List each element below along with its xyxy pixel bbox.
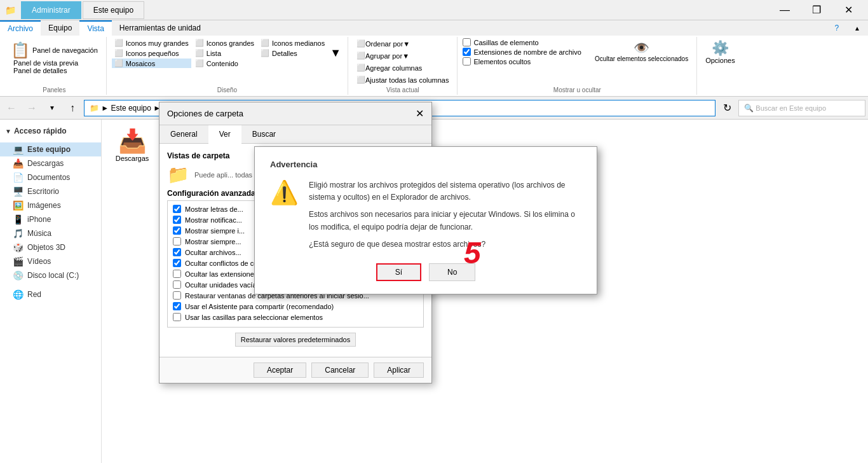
ribbon-group-mostrar-ocultar: Casillas de elemento Extensiones de nomb… [458, 37, 697, 95]
cb-ocultar-archivos[interactable] [173, 248, 181, 256]
view-dropdown-arrow[interactable]: ▼ [329, 38, 342, 68]
sidebar-acceso-rapido-label: Acceso rápido [14, 127, 67, 135]
sidebar-item-iphone[interactable]: 📱 iPhone [0, 212, 101, 226]
view-detalles[interactable]: ⬜Detalles [258, 48, 327, 58]
warning-icon: ⚠️ [270, 179, 299, 206]
cb-ocultar-unidades[interactable] [173, 280, 181, 289]
ocultar-seleccionados-button[interactable]: 👁️ Ocultar elementos seleccionados [592, 38, 691, 64]
search-box[interactable]: 🔍 Buscar en Este equipo [738, 100, 865, 116]
panel-vista-previa-btn[interactable]: Panel de vista previa [11, 59, 78, 67]
cb-elementos-ocultos[interactable]: Elementos ocultos [463, 57, 581, 66]
videos-icon: 🎬 [13, 256, 24, 266]
documentos-icon: 📄 [13, 172, 24, 183]
view-iconos-grandes[interactable]: ⬜Iconos grandes [193, 38, 257, 48]
aceptar-button[interactable]: Aceptar [254, 363, 306, 378]
tab-administrar[interactable]: Administrar [21, 1, 81, 19]
view-mosaicos[interactable]: ⬜Mosaicos [112, 59, 191, 68]
forward-button[interactable]: → [23, 99, 41, 117]
title-tabs: Administrar Este equipo [21, 1, 146, 19]
ribbon-tab-equipo[interactable]: Equipo [41, 20, 79, 36]
cb-ocultar-conflictos[interactable] [173, 259, 181, 267]
cb-usar-casillas[interactable] [173, 313, 181, 321]
sidebar-item-musica[interactable]: 🎵 Música [0, 226, 101, 240]
cb-mostrar-siempre2[interactable] [173, 237, 181, 245]
diseno-label: Diseño [217, 85, 237, 93]
cb-usar-asistente[interactable] [173, 302, 181, 310]
warning-body: ⚠️ Eligió mostrar los archivos protegido… [270, 179, 581, 251]
ribbon-group-vista-actual: ⬜Ordenar por▼ ⬜Agrupar por▼ ⬜Agregar col… [348, 37, 458, 95]
recent-button[interactable]: ▼ [43, 99, 61, 117]
este-equipo-label: Este equipo [27, 145, 71, 154]
ribbon: Archivo Equipo Vista Herramientas de uni… [0, 20, 868, 97]
ribbon-collapse-button[interactable]: ▲ [846, 20, 868, 36]
cb-mostrar-siempre1[interactable] [173, 226, 181, 235]
ordenar-por-button[interactable]: ⬜Ordenar por▼ [353, 38, 452, 49]
sidebar-item-disco-local[interactable]: 💿 Disco local (C:) [0, 268, 101, 282]
sidebar-item-descargas[interactable]: 📥 Descargas [0, 156, 101, 170]
explorer-icon: 📁 [5, 5, 16, 15]
si-button[interactable]: Sí [376, 263, 421, 281]
tab-este-equipo[interactable]: Este equipo [83, 1, 144, 19]
ribbon-tab-vista[interactable]: Vista [79, 20, 111, 36]
cb-mostrar-notif[interactable] [173, 216, 181, 224]
title-bar: 📁 Administrar Este equipo — ❐ ✕ [0, 0, 868, 20]
sidebar-item-objetos3d[interactable]: 🎲 Objetos 3D [0, 240, 101, 254]
warning-line3: ¿Está seguro de que desea mostrar estos … [309, 238, 581, 251]
vista-actual-buttons: ⬜Ordenar por▼ ⬜Agrupar por▼ ⬜Agregar col… [353, 38, 452, 85]
view-contenido[interactable]: ⬜Contenido [193, 59, 257, 68]
warning-dialog: Advertencia ⚠️ Eligió mostrar los archiv… [254, 146, 597, 294]
restore-defaults-button[interactable]: Restaurar valores predeterminados [235, 333, 356, 347]
opciones-button[interactable]: ⚙️ Opciones [702, 38, 738, 66]
sidebar-item-red[interactable]: 🌐 Red [0, 287, 101, 301]
sidebar-item-este-equipo[interactable]: 💻 Este equipo [0, 142, 101, 156]
sidebar-item-imagenes[interactable]: 🖼️ Imágenes [0, 198, 101, 212]
aplicar-button[interactable]: Aplicar [374, 363, 424, 378]
back-button[interactable]: ← [3, 99, 20, 117]
cb-casillas[interactable]: Casillas de elemento [463, 38, 581, 46]
minimize-button[interactable]: — [770, 0, 799, 20]
close-button[interactable]: ✕ [834, 0, 863, 20]
folder-preview-icon: 📁 [167, 164, 189, 185]
setting-usar-asistente: Usar el Asistente para compartir (recome… [170, 301, 421, 312]
dialog-close-button[interactable]: ✕ [416, 107, 424, 120]
view-iconos-pequenos[interactable]: ⬜Iconos pequeños [112, 48, 191, 58]
red-icon: 🌐 [13, 289, 24, 300]
search-icon: 🔍 [744, 104, 754, 113]
view-iconos-muy-grandes[interactable]: ⬜Iconos muy grandes [112, 38, 191, 48]
ajustar-columnas-button[interactable]: ⬜Ajustar todas las columnas [353, 74, 452, 85]
help-button[interactable]: ? [827, 20, 846, 36]
ribbon-content: 📋 Panel de navegación Panel de vista pre… [0, 36, 868, 96]
dialog-tab-general[interactable]: General [159, 125, 208, 143]
up-button[interactable]: ↑ [64, 99, 81, 117]
ribbon-tabs: Archivo Equipo Vista Herramientas de uni… [0, 20, 868, 36]
cancelar-button[interactable]: Cancelar [311, 363, 369, 378]
cb-ocultar-extensiones[interactable] [173, 270, 181, 278]
panel-nav-button[interactable]: 📋 Panel de navegación Panel de vista pre… [8, 39, 101, 76]
ribbon-tab-herramientas[interactable]: Herramientas de unidad [112, 20, 208, 36]
agregar-columnas-button[interactable]: ⬜Agregar columnas [353, 62, 452, 73]
agrupar-por-button[interactable]: ⬜Agrupar por▼ [353, 50, 452, 61]
sidebar-header-acceso[interactable]: ▼ Acceso rápido [0, 125, 101, 137]
cb-restaurar-ventanas[interactable] [173, 291, 181, 300]
folder-descargas[interactable]: 📥 Descargas [107, 125, 158, 165]
dialog-tab-ver[interactable]: Ver [208, 125, 241, 144]
sidebar-item-videos[interactable]: 🎬 Vídeos [0, 254, 101, 268]
ribbon-group-paneles: 📋 Panel de navegación Panel de vista pre… [3, 37, 107, 95]
mostrar-ocultar-content: Casillas de elemento Extensiones de nomb… [463, 38, 691, 66]
view-iconos-medianos[interactable]: ⬜Iconos medianos [258, 38, 327, 48]
paneles-buttons: 📋 Panel de navegación Panel de vista pre… [8, 38, 101, 78]
view-lista[interactable]: ⬜Lista [193, 48, 257, 58]
refresh-button[interactable]: ↻ [718, 99, 736, 117]
sidebar-item-documentos[interactable]: 📄 Documentos [0, 170, 101, 184]
sidebar-item-escritorio[interactable]: 🖥️ Escritorio [0, 184, 101, 198]
restore-button[interactable]: ❐ [802, 0, 831, 20]
ribbon-tab-archivo[interactable]: Archivo [0, 20, 41, 36]
ribbon-group-diseno: ⬜Iconos muy grandes ⬜Iconos pequeños ⬜Mo… [107, 37, 348, 95]
cb-extensiones[interactable]: Extensiones de nombre de archivo [463, 48, 581, 56]
cb-mostrar-letras[interactable] [173, 205, 181, 213]
dialog-tab-buscar[interactable]: Buscar [241, 125, 287, 143]
panel-detalles-btn[interactable]: Panel de detalles [11, 67, 67, 74]
sidebar: ▼ Acceso rápido 💻 Este equipo 📥 Descarga… [0, 120, 102, 463]
iphone-icon: 📱 [13, 214, 24, 225]
paneles-label: Paneles [43, 85, 65, 93]
